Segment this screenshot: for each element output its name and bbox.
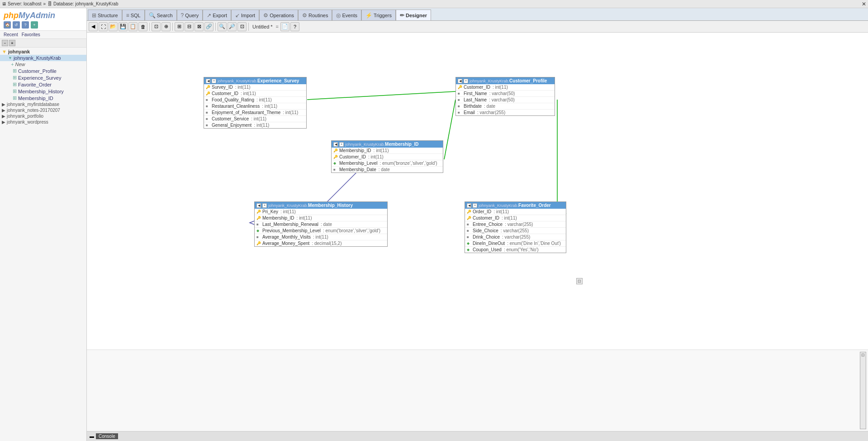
designer-canvas-area[interactable]: ◀ + johnyank_KrustyKrab.Experience_Surve… [87,33,868,350]
zoom-out-button[interactable]: 🔎 [228,22,237,31]
field-icon: ■ [467,229,471,233]
draw-lines-button[interactable]: ⊡ [152,22,161,31]
reload-icon[interactable]: ↺ [13,21,20,29]
table-box-experience-survey[interactable]: ◀ + johnyank_KrustyKrab.Experience_Surve… [204,77,307,129]
table-box-favorite-order[interactable]: ◀ + johnyank_KrustyKrab.Favorite_Order 🔑… [465,201,566,253]
snap-button[interactable]: ⊕ [161,22,171,31]
table-ctrl-fo-2[interactable]: + [473,203,477,208]
sidebar-item-krustykrab[interactable]: ▼ johnyank_KrustyKrab [0,55,86,61]
table-header-membership-id[interactable]: ◀ + johnyank_KrustyKrab.Membership_ID [332,141,443,148]
new-tab-button[interactable]: 📄 [280,22,289,31]
tab-routines[interactable]: ⚙ Routines [298,10,332,20]
table-title-membership-id: johnyank_KrustyKrab.Membership_ID [345,142,419,147]
current-tab-title: Untitled* = [252,24,279,29]
tab-import[interactable]: ↙ Import [231,10,259,20]
sidebar-item-wordpress[interactable]: ▶ johnyank_wordpress [0,119,86,125]
sidebar-item-membership-history[interactable]: ⊞ Membership_History [0,88,86,95]
table-row: ◆ Coupon_Used : enum('Yes','No') [465,247,566,253]
fullscreen-button[interactable]: ⛶ [99,22,108,31]
sidebar-item-myfirstdatabase[interactable]: ▶ johnyank_myfirstdatabase [0,101,86,107]
help-tab-button[interactable]: ? [290,22,299,31]
table-body-experience-survey: 🔑 Survey_ID : int(11) 🔑 Customer_ID : in… [204,84,306,128]
help-icon[interactable]: ? [22,21,29,29]
table-ctrl-fo-1[interactable]: ◀ [467,203,471,208]
tab-operations-label: Operations [270,13,294,18]
reset-zoom-button[interactable]: ⊡ [237,22,247,31]
table-ctrl-es-1[interactable]: ◀ [206,79,210,83]
sidebar-item-membership-id[interactable]: ⊞ Membership_ID [0,95,86,101]
add-table-button[interactable]: ⊞ [175,22,184,31]
recent-link[interactable]: Recent [4,32,18,37]
field-icon: ■ [467,235,471,239]
table-title-favorite-order: johnyank_KrustyKrab.Favorite_Order [479,203,551,208]
tab-operations[interactable]: ⚙ Operations [259,10,298,20]
table-header-experience-survey[interactable]: ◀ + johnyank_KrustyKrab.Experience_Surve… [204,77,306,84]
expand-lower-button[interactable]: ⊡ [860,352,866,429]
query-tab-icon: ? [181,12,184,19]
sidebar-item-portfolio[interactable]: ▶ johnyank_portfolio [0,113,86,119]
table-box-membership-id[interactable]: ◀ + johnyank_KrustyKrab.Membership_ID 🔑 … [331,140,443,173]
close-icon[interactable]: ✕ [862,1,866,7]
table-box-customer-profile[interactable]: ◀ + johnyank_KrustyKrab.Customer_Profile… [455,77,555,116]
collapse-all-button[interactable]: − [2,40,8,46]
expand-canvas-button[interactable]: ⊡ [576,278,583,284]
field-icon: ■ [458,110,462,115]
table-row: 🔑 Survey_ID : int(11) [204,84,306,91]
link-button[interactable]: 🔗 [204,22,213,31]
open-file-button[interactable]: 📂 [109,22,118,31]
table-box-membership-history[interactable]: ◀ + johnyank_KrustyKrab.Membership_Histo… [254,201,388,247]
sidebar-item-new[interactable]: + New [0,61,86,67]
table-row: ■ Food_Quality_Rating : int(11) [204,97,306,103]
table-ctrl-mh-2[interactable]: + [262,203,267,208]
tab-export[interactable]: ↗ Export [203,10,231,20]
table-ctrl-mh-1[interactable]: ◀ [256,203,261,208]
field-icon: ■ [467,222,471,226]
table-row: ■ First_Name : varchar(50) [456,91,555,97]
sidebar-item-customer-profile[interactable]: ⊞ Customer_Profile [0,67,86,74]
show-tables-button[interactable]: ⊟ [185,22,194,31]
more-options-button[interactable]: ≡ [9,40,15,46]
delete-button[interactable]: 🗑 [138,22,147,31]
fk-icon: 🔑 [256,241,261,245]
console-button[interactable]: Console [96,433,118,439]
table-ctrl-mid-2[interactable]: + [339,142,344,147]
tab-structure[interactable]: ⊞ Structure [88,10,122,20]
tab-sql[interactable]: ≡ SQL [122,10,145,20]
back-button[interactable]: ◀ [89,22,98,31]
save-button[interactable]: 💾 [119,22,128,31]
table-ctrl-es-2[interactable]: + [212,79,216,83]
table-name-es: Experience_Survey [257,78,299,83]
svg-line-0 [307,91,455,100]
table-ctrl-mid-1[interactable]: ◀ [333,142,338,147]
sidebar-item-favorite-order[interactable]: ⊞ Favorite_Order [0,81,86,88]
pk-icon: 🔑 [333,149,338,153]
table-ctrl-cp-2[interactable]: + [464,79,468,83]
table-row: ■ Customer_Service : int(11) [204,116,306,122]
structure-tab-icon: ⊞ [92,12,96,19]
tab-triggers[interactable]: ⚡ Triggers [361,10,396,20]
field-icon: ■ [458,91,462,96]
sidebar-item-notes[interactable]: ▶ johnyank_notes-20170207 [0,107,86,113]
tab-search[interactable]: 🔍 Search [145,10,177,20]
save-as-button[interactable]: 📋 [128,22,138,31]
pk-icon: 🔑 [458,85,462,89]
zoom-in-button[interactable]: 🔍 [218,22,227,31]
home-icon[interactable]: 🏠 [4,21,11,29]
tab-designer-label: Designer [406,13,427,18]
new-icon: + [11,62,14,67]
hide-button[interactable]: ⊠ [194,22,204,31]
table-header-favorite-order[interactable]: ◀ + johnyank_KrustyKrab.Favorite_Order [465,202,566,209]
tab-query[interactable]: ? Query [177,10,203,20]
sidebar-item-experience-survey[interactable]: ⊞ Experience_Survey [0,74,86,81]
table-header-customer-profile[interactable]: ◀ + johnyank_KrustyKrab.Customer_Profile [456,77,555,84]
settings-icon[interactable]: + [31,21,38,29]
table-icon-customer-profile: ⊞ [13,68,17,74]
table-header-membership-history[interactable]: ◀ + johnyank_KrustyKrab.Membership_Histo… [255,202,387,209]
tab-designer[interactable]: ✏ Designer [396,10,431,20]
server-label: Server: localhost [8,1,41,6]
favorites-link[interactable]: Favorites [22,32,40,37]
tab-events[interactable]: ◎ Events [332,10,361,20]
sidebar-item-johnyank[interactable]: ▼ johnyank [0,48,86,55]
table-row: ◆ Membership_Level : enum('bronze','silv… [332,160,443,167]
table-ctrl-cp-1[interactable]: ◀ [458,79,462,83]
